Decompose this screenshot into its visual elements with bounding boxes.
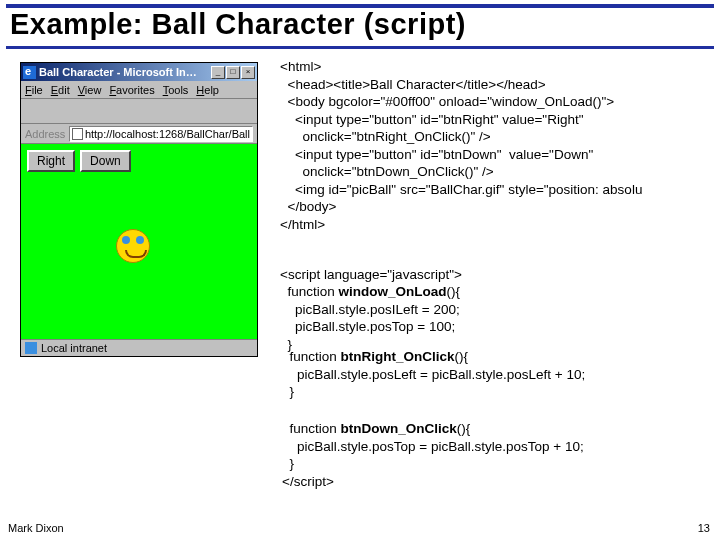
menu-edit[interactable]: Edit bbox=[51, 84, 70, 96]
url-text: http://localhost:1268/BallChar/Ball bbox=[85, 128, 250, 140]
menu-file[interactable]: File bbox=[25, 84, 43, 96]
slide-title: Example: Ball Character (script) bbox=[10, 8, 466, 41]
right-button[interactable]: Right bbox=[27, 150, 75, 172]
code-script-open: <script language="javascript"> function … bbox=[280, 248, 462, 353]
page-content: Right Down bbox=[21, 144, 257, 339]
menu-tools[interactable]: Tools bbox=[163, 84, 189, 96]
close-button[interactable]: × bbox=[241, 66, 255, 79]
status-bar: Local intranet bbox=[21, 339, 257, 356]
minimize-button[interactable]: _ bbox=[211, 66, 225, 79]
address-label: Address bbox=[25, 128, 65, 140]
ball-character-image bbox=[116, 229, 150, 263]
footer-author: Mark Dixon bbox=[8, 522, 64, 534]
menu-favorites[interactable]: Favorites bbox=[109, 84, 154, 96]
browser-titlebar: Ball Character - Microsoft In… _ □ × bbox=[21, 63, 257, 81]
page-icon bbox=[72, 128, 83, 140]
header-rule bbox=[6, 46, 714, 49]
address-field[interactable]: http://localhost:1268/BallChar/Ball bbox=[69, 126, 253, 142]
browser-window: Ball Character - Microsoft In… _ □ × Fil… bbox=[20, 62, 258, 357]
footer-page-number: 13 bbox=[698, 522, 710, 534]
down-button[interactable]: Down bbox=[80, 150, 131, 172]
menu-view[interactable]: View bbox=[78, 84, 102, 96]
menu-help[interactable]: Help bbox=[196, 84, 219, 96]
code-html-block: <html> <head><title>Ball Character</titl… bbox=[280, 58, 642, 233]
status-zone-text: Local intranet bbox=[41, 342, 107, 354]
code-fn-down: function btnDown_OnClick(){ picBall.styl… bbox=[282, 420, 584, 490]
address-bar: Address http://localhost:1268/BallChar/B… bbox=[21, 124, 257, 144]
ie-icon bbox=[23, 66, 36, 79]
maximize-button[interactable]: □ bbox=[226, 66, 240, 79]
window-title: Ball Character - Microsoft In… bbox=[39, 66, 211, 78]
code-fn-right: function btnRight_OnClick(){ picBall.sty… bbox=[282, 348, 585, 401]
toolbar bbox=[21, 99, 257, 124]
menu-bar: File Edit View Favorites Tools Help bbox=[21, 81, 257, 99]
zone-icon bbox=[25, 342, 37, 354]
